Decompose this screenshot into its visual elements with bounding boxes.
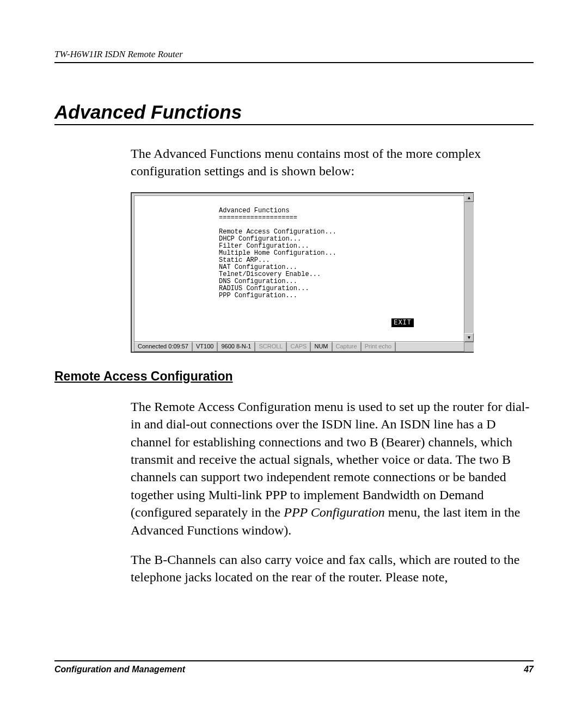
scroll-down-icon[interactable]: ▾ (464, 333, 474, 342)
menu-item[interactable]: RADIUS Configuration... (219, 285, 309, 292)
scroll-up-icon[interactable]: ▴ (464, 193, 474, 202)
exit-button[interactable]: EXIT (391, 318, 414, 327)
terminal-screenshot: Advanced Functions ==================== … (131, 192, 474, 353)
status-scroll: SCROLL (255, 342, 286, 352)
menu-item[interactable]: NAT Configuration... (219, 263, 297, 271)
status-caps: CAPS (286, 342, 310, 352)
menu-item[interactable]: Telnet/Discovery Enable... (219, 271, 321, 278)
page-number: 47 (524, 665, 534, 674)
paragraph-1-italic: PPP Configuration (284, 505, 385, 519)
scroll-track[interactable] (464, 202, 474, 333)
menu-item[interactable]: Filter Configuration... (219, 242, 309, 250)
menu-item[interactable]: DHCP Configuration... (219, 235, 301, 243)
status-bar: Connected 0:09:57 VT100 9600 8-N-1 SCROL… (134, 341, 464, 352)
menu-item[interactable]: Static ARP... (219, 256, 270, 264)
paragraph-1-text: The Remote Access Configuration menu is … (131, 400, 530, 519)
status-connected: Connected 0:09:57 (134, 342, 192, 352)
menu-item[interactable]: DNS Configuration... (219, 278, 297, 285)
status-printecho: Print echo (361, 342, 396, 352)
intro-paragraph: The Advanced Functions menu contains mos… (131, 145, 534, 180)
status-emulation: VT100 (192, 342, 217, 352)
status-port: 9600 8-N-1 (217, 342, 255, 352)
terminal-body: Advanced Functions ==================== … (134, 195, 474, 345)
section-title: Advanced Functions (54, 101, 534, 125)
menu-item[interactable]: Multiple Home Configuration... (219, 249, 336, 257)
scrollbar[interactable]: ▴ ▾ (464, 193, 474, 342)
status-num: NUM (310, 342, 332, 352)
status-capture: Capture (332, 342, 361, 352)
footer-left: Configuration and Management (54, 665, 185, 674)
paragraph-1: The Remote Access Configuration menu is … (131, 398, 534, 539)
subheading: Remote Access Configuration (54, 369, 534, 384)
paragraph-2: The B-Channels can also carry voice and … (131, 551, 534, 586)
menu-item[interactable]: Remote Access Configuration... (219, 228, 336, 236)
running-header: TW-H6W1IR ISDN Remote Router (54, 49, 534, 63)
terminal-title: Advanced Functions (219, 207, 290, 214)
menu-item[interactable]: PPP Configuration... (219, 292, 297, 299)
resize-grip-icon[interactable] (464, 342, 474, 352)
terminal-underline: ==================== (219, 214, 297, 222)
